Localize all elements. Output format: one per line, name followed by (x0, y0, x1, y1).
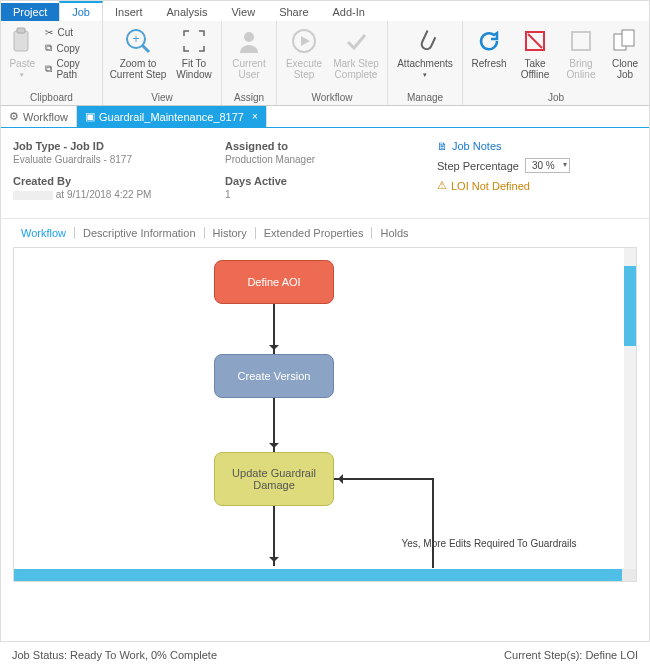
loop-line-horizontal (334, 478, 434, 480)
tab-insert[interactable]: Insert (103, 3, 155, 21)
arrow-1 (273, 304, 275, 354)
created-by-value: at 9/11/2018 4:22 PM (13, 189, 225, 200)
ribbon-group-manage: Attachments▾ Manage (388, 21, 463, 105)
play-icon (289, 26, 319, 56)
arrow-3 (273, 506, 275, 566)
assign-group-label: Assign (226, 91, 272, 105)
cut-button[interactable]: ✂Cut (41, 26, 98, 39)
doc-tab-guardrail-label: Guardrail_Maintenance_8177 (99, 111, 244, 123)
loop-line-vertical (432, 478, 434, 568)
menu-tabs: Project Job Insert Analysis View Share A… (1, 1, 649, 21)
warning-icon: ⚠ (437, 179, 447, 192)
svg-point-5 (244, 32, 254, 42)
workflow-tab-icon: ⚙ (9, 110, 19, 123)
copy-icon: ⧉ (45, 42, 52, 54)
ribbon-group-view: + Zoom to Current Step Fit To Window Vie… (103, 21, 222, 105)
paste-icon (7, 26, 37, 56)
offline-label: Take Offline (513, 58, 557, 80)
svg-rect-10 (572, 32, 590, 50)
tab-job[interactable]: Job (59, 1, 103, 21)
created-by-header: Created By (13, 175, 225, 187)
notes-icon: 🗎 (437, 140, 448, 152)
execute-step-button[interactable]: Execute Step (281, 23, 327, 80)
edge-label-more-edits: Yes, More Edits Required To Guardrails (394, 538, 584, 549)
zoom-label: Zoom to Current Step (107, 58, 169, 80)
arrow-2 (273, 398, 275, 452)
online-icon (566, 26, 596, 56)
subtab-workflow[interactable]: Workflow (13, 227, 75, 239)
vertical-scroll-thumb[interactable] (624, 266, 636, 346)
subtab-holds[interactable]: Holds (372, 227, 416, 239)
copy-path-button[interactable]: ⧉Copy Path (41, 57, 98, 81)
workflow-group-label: Workflow (281, 91, 383, 105)
node-create-version[interactable]: Create Version (214, 354, 334, 398)
days-active-value: 1 (225, 189, 437, 200)
step-percentage-row: Step Percentage 30 % (437, 158, 637, 173)
horizontal-scroll-thumb[interactable] (14, 569, 622, 581)
attachments-button[interactable]: Attachments▾ (392, 23, 458, 80)
current-user-button[interactable]: Current User (226, 23, 272, 80)
loi-warning: ⚠ LOI Not Defined (437, 179, 637, 192)
copy-path-icon: ⧉ (45, 63, 52, 75)
attachments-label: Attachments (397, 58, 453, 69)
svg-rect-12 (622, 30, 634, 46)
clone-job-button[interactable]: Clone Job (605, 23, 645, 80)
job-subtabs: Workflow Descriptive Information History… (1, 219, 649, 243)
ribbon-group-assign: Current User Assign (222, 21, 277, 105)
bring-online-button[interactable]: Bring Online (559, 23, 603, 80)
job-group-label: Job (467, 91, 645, 105)
svg-line-3 (142, 45, 149, 52)
node-define-aoi[interactable]: Define AOI (214, 260, 334, 304)
subtab-history[interactable]: History (205, 227, 256, 239)
refresh-icon (474, 26, 504, 56)
tab-project[interactable]: Project (1, 3, 59, 21)
fit-window-icon (179, 26, 209, 56)
ribbon-group-job: Refresh Take Offline Bring Online Clone … (463, 21, 649, 105)
job-notes-link[interactable]: 🗎 Job Notes (437, 140, 637, 152)
clone-label: Clone Job (605, 58, 645, 80)
zoom-icon: + (123, 26, 153, 56)
step-pct-select[interactable]: 30 % (525, 158, 570, 173)
fit-label: Fit To Window (171, 58, 217, 80)
tab-addin[interactable]: Add-In (321, 3, 377, 21)
copy-button[interactable]: ⧉Copy (41, 41, 98, 55)
assigned-to-value: Production Manager (225, 154, 437, 165)
mark-complete-button[interactable]: Mark Step Complete (329, 23, 383, 80)
copy-label: Copy (56, 43, 79, 54)
paste-label: Paste (9, 58, 35, 69)
mark-label: Mark Step Complete (329, 58, 383, 80)
take-offline-button[interactable]: Take Offline (513, 23, 557, 80)
doc-tab-workflow-label: Workflow (23, 111, 68, 123)
tab-view[interactable]: View (219, 3, 267, 21)
tab-share[interactable]: Share (267, 3, 320, 21)
doc-tab-workflow[interactable]: ⚙ Workflow (1, 106, 77, 127)
doc-tab-guardrail[interactable]: ▣ Guardrail_Maintenance_8177 × (77, 106, 267, 127)
cut-label: Cut (57, 27, 73, 38)
current-user-label: Current User (226, 58, 272, 80)
zoom-current-step-button[interactable]: + Zoom to Current Step (107, 23, 169, 80)
clipboard-group-label: Clipboard (5, 91, 98, 105)
ribbon-group-clipboard: Paste▾ ✂Cut ⧉Copy ⧉Copy Path Clipboard (1, 21, 103, 105)
svg-line-9 (528, 34, 542, 48)
status-left: Job Status: Ready To Work, 0% Complete (12, 649, 217, 661)
refresh-button[interactable]: Refresh (467, 23, 511, 69)
manage-group-label: Manage (392, 91, 458, 105)
job-type-value: Evaluate Guardrails - 8177 (13, 154, 225, 165)
tab-analysis[interactable]: Analysis (155, 3, 220, 21)
close-tab-icon[interactable]: × (248, 111, 258, 122)
fit-window-button[interactable]: Fit To Window (171, 23, 217, 80)
ribbon: Paste▾ ✂Cut ⧉Copy ⧉Copy Path Clipboard +… (1, 21, 649, 106)
subtab-descriptive[interactable]: Descriptive Information (75, 227, 205, 239)
job-tab-icon: ▣ (85, 110, 95, 123)
job-info-panel: Job Type - Job ID Evaluate Guardrails - … (1, 128, 649, 219)
paste-button[interactable]: Paste▾ (5, 23, 39, 80)
subtab-extended[interactable]: Extended Properties (256, 227, 373, 239)
node-update-guardrail-damage[interactable]: Update Guardrail Damage (214, 452, 334, 506)
job-type-header: Job Type - Job ID (13, 140, 225, 152)
assigned-to-header: Assigned to (225, 140, 437, 152)
clone-icon (610, 26, 640, 56)
status-bar: Job Status: Ready To Work, 0% Complete C… (0, 641, 650, 667)
svg-rect-0 (14, 31, 28, 51)
execute-label: Execute Step (281, 58, 327, 80)
workflow-diagram[interactable]: Define AOI Create Version Update Guardra… (14, 248, 636, 581)
